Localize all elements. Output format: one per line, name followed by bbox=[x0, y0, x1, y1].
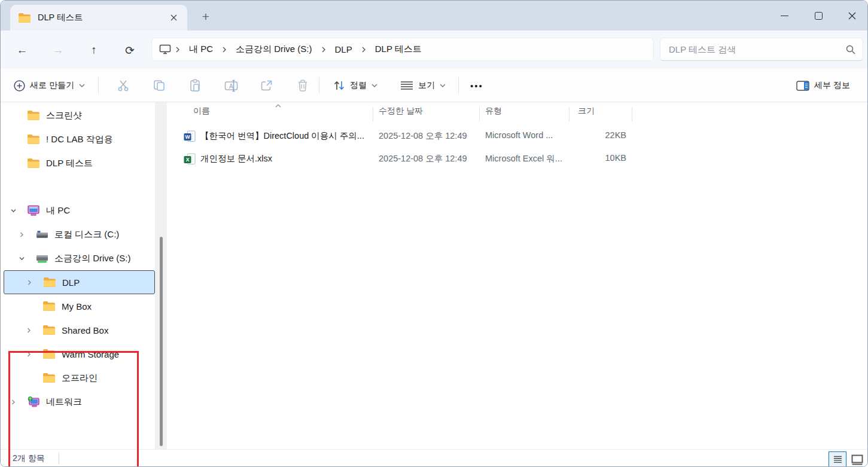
sidebar-item-dlp-folder[interactable]: DLP bbox=[4, 270, 155, 294]
cut-button[interactable] bbox=[112, 76, 134, 95]
paste-button[interactable] bbox=[184, 76, 206, 95]
details-view-toggle[interactable] bbox=[829, 451, 846, 467]
chevron-right-icon[interactable] bbox=[25, 327, 33, 334]
delete-button[interactable] bbox=[292, 76, 313, 95]
file-row-excel[interactable]: X 개인정보 문서.xlsx 2025-12-08 오후 12:49 Micro… bbox=[175, 148, 857, 170]
column-header-date[interactable]: 수정한 날짜 bbox=[379, 106, 423, 117]
maximize-button[interactable] bbox=[801, 1, 836, 30]
chevron-right-icon bbox=[220, 47, 229, 53]
chevron-down-icon bbox=[79, 84, 85, 88]
sidebar-item-drive-s[interactable]: 소금강의 Drive (S:) bbox=[1, 246, 155, 270]
sidebar-item-local-disk-c[interactable]: 로컬 디스크 (C:) bbox=[1, 222, 155, 246]
word-file-icon: W bbox=[184, 130, 196, 145]
column-header-type[interactable]: 유형 bbox=[485, 106, 502, 117]
content-view-toggle[interactable] bbox=[849, 453, 865, 466]
details-pane-button[interactable]: 세부 정보 bbox=[791, 75, 855, 96]
tab-close-icon[interactable] bbox=[166, 10, 181, 26]
plus-circle-icon bbox=[14, 80, 25, 91]
chevron-down-icon[interactable] bbox=[17, 255, 26, 262]
file-type: Microsoft Word ... bbox=[485, 130, 553, 140]
chevron-right-icon[interactable] bbox=[17, 231, 26, 238]
new-tab-button[interactable]: + bbox=[197, 8, 215, 26]
sort-icon bbox=[333, 80, 345, 91]
up-icon: ↑ bbox=[91, 44, 97, 57]
folder-icon bbox=[42, 373, 56, 383]
sidebar-item-label: My Box bbox=[62, 301, 92, 312]
breadcrumb-item-dlp[interactable]: DLP bbox=[330, 42, 357, 57]
trash-icon bbox=[297, 79, 309, 92]
new-button[interactable]: 새로 만들기 bbox=[9, 75, 90, 96]
view-button[interactable]: 보기 bbox=[395, 75, 450, 96]
sidebar-item-dlp-test[interactable]: DLP 테스트 bbox=[1, 151, 155, 175]
sidebar-item-label: 로컬 디스크 (C:) bbox=[54, 229, 119, 240]
refresh-button[interactable]: ⟳ bbox=[120, 40, 140, 60]
toolbar-divider bbox=[319, 77, 319, 94]
sidebar-scrollbar[interactable] bbox=[155, 102, 167, 449]
command-toolbar: 새로 만들기 A 정렬 보기 bbox=[1, 69, 867, 102]
column-separator[interactable] bbox=[632, 107, 632, 121]
breadcrumb-item-pc[interactable]: 내 PC bbox=[184, 41, 218, 57]
column-separator[interactable] bbox=[373, 107, 373, 121]
search-box[interactable] bbox=[660, 38, 863, 61]
explorer-tab[interactable]: DLP 테스트 bbox=[10, 5, 187, 30]
sidebar-item-label: Shared Box bbox=[62, 325, 108, 335]
rename-button[interactable]: A bbox=[220, 76, 242, 95]
file-size: 22KB bbox=[578, 130, 626, 140]
sidebar-item-warm-storage[interactable]: Warm Storage bbox=[1, 342, 155, 366]
sidebar-item-shared-box[interactable]: Shared Box bbox=[1, 318, 155, 342]
breadcrumb-item-dlp-test[interactable]: DLP 테스트 bbox=[370, 41, 427, 57]
forward-button[interactable]: → bbox=[48, 40, 68, 60]
forward-icon: → bbox=[53, 44, 64, 57]
share-button[interactable] bbox=[256, 76, 278, 95]
minimize-button[interactable] bbox=[767, 1, 802, 30]
sort-button-label: 정렬 bbox=[350, 80, 367, 91]
sidebar-item-label: 네트워크 bbox=[46, 396, 82, 408]
chevron-right-icon[interactable] bbox=[9, 399, 17, 405]
file-size: 10KB bbox=[578, 153, 626, 163]
status-bar: 2개 항목 bbox=[1, 449, 867, 467]
sidebar-item-label: 오프라인 bbox=[62, 373, 98, 384]
network-drive-icon bbox=[35, 254, 48, 263]
chevron-right-icon[interactable] bbox=[25, 351, 33, 358]
file-explorer-window: DLP 테스트 + ← → ↑ ⟳ 내 PC 소금강의 Drive (S:) D… bbox=[0, 0, 868, 467]
sidebar-item-label: DLP 테스트 bbox=[46, 158, 93, 169]
chevron-right-icon[interactable] bbox=[25, 279, 33, 286]
sidebar-item-this-pc[interactable]: 내 PC bbox=[1, 199, 155, 222]
copy-icon bbox=[153, 79, 166, 92]
sidebar-item-dc-lab[interactable]: ! DC LAB 작업용 bbox=[1, 127, 155, 151]
copy-button[interactable] bbox=[148, 76, 170, 95]
cut-icon bbox=[117, 79, 130, 92]
sidebar-item-offline[interactable]: 오프라인 bbox=[1, 366, 155, 390]
search-icon[interactable] bbox=[846, 45, 855, 54]
sidebar-item-label: 소금강의 Drive (S:) bbox=[54, 253, 131, 264]
column-header-name[interactable]: 이름 bbox=[193, 106, 210, 117]
chevron-down-icon[interactable] bbox=[9, 207, 17, 214]
file-row-word[interactable]: W 【한국어 번역】DirectCloud 이용시 주의... 2025-12-… bbox=[175, 125, 857, 148]
sidebar-item-label: 내 PC bbox=[46, 205, 70, 216]
folder-icon bbox=[42, 349, 56, 359]
disk-drive-icon bbox=[35, 230, 48, 239]
sidebar-item-network[interactable]: 네트워크 bbox=[1, 390, 155, 414]
sidebar-item-my-box[interactable]: My Box bbox=[1, 294, 155, 318]
back-button[interactable]: ← bbox=[12, 40, 32, 60]
file-date: 2025-12-08 오후 12:49 bbox=[379, 153, 467, 164]
column-separator[interactable] bbox=[569, 107, 569, 121]
up-button[interactable]: ↑ bbox=[84, 40, 104, 60]
breadcrumb-item-drive[interactable]: 소금강의 Drive (S:) bbox=[231, 41, 317, 57]
main-content: 스크린샷 ! DC LAB 작업용 DLP 테스트 내 PC 로컬 디스크 (C… bbox=[1, 102, 867, 449]
chevron-right-icon bbox=[360, 47, 368, 53]
column-separator[interactable] bbox=[479, 107, 480, 121]
sort-button[interactable]: 정렬 bbox=[328, 75, 382, 96]
this-pc-icon bbox=[159, 44, 171, 54]
more-icon: ••• bbox=[470, 81, 483, 91]
sidebar-item-screenshots[interactable]: 스크린샷 bbox=[1, 103, 155, 127]
scrollbar-thumb[interactable] bbox=[160, 237, 163, 446]
file-name: 개인정보 문서.xlsx bbox=[200, 153, 366, 164]
more-options-button[interactable]: ••• bbox=[466, 76, 488, 95]
close-button[interactable] bbox=[835, 1, 868, 30]
search-input[interactable] bbox=[668, 44, 846, 55]
breadcrumb[interactable]: 내 PC 소금강의 Drive (S:) DLP DLP 테스트 bbox=[151, 38, 654, 61]
svg-text:A: A bbox=[229, 83, 233, 89]
column-header-size[interactable]: 크기 bbox=[578, 106, 595, 117]
chevron-right-icon bbox=[173, 47, 182, 53]
